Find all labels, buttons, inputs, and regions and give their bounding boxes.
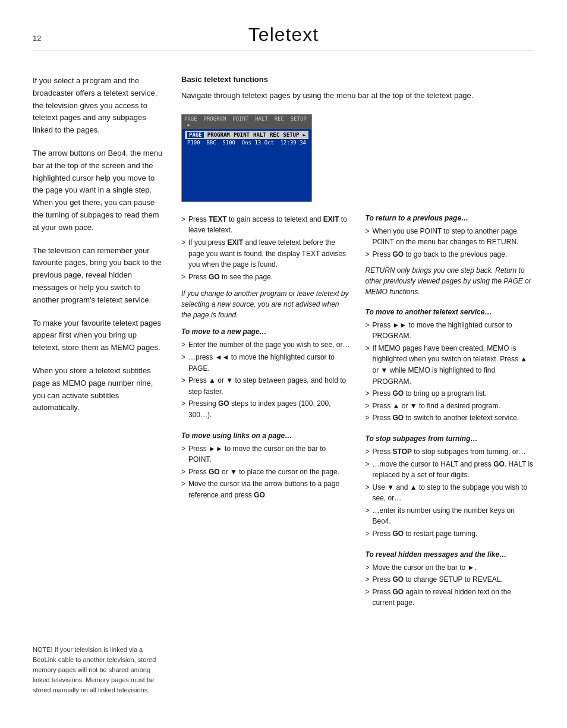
- left-column: If you select a program and the broadcas…: [33, 75, 163, 619]
- page-number: 12: [33, 34, 51, 43]
- new-page-list: Enter the number of the page you wish to…: [181, 339, 351, 420]
- menu-page: PAGE: [187, 132, 204, 138]
- teletext-info-bar: P100 BBC S100 Ons 13 Oct 12:39:34: [185, 139, 308, 146]
- teletext-time: 12:39:34: [281, 140, 306, 146]
- reveal-section: To reveal hidden messages and the like… …: [366, 550, 535, 609]
- instr-go-see: Press GO to see the page.: [181, 272, 351, 283]
- teletext-page-num: P100: [187, 140, 200, 146]
- intro-para-4: To make your favourite teletext pages ap…: [33, 317, 163, 354]
- teletext-screen: PAGE PROGRAM POINT HALT REC SETUP ► PAGE…: [181, 114, 312, 202]
- stop-item-1: …move the cursor to HALT and press GO. H…: [366, 459, 535, 481]
- teletext-menu-bar: PAGE PROGRAM POINT HALT REC SETUP ►: [185, 131, 308, 139]
- return-title: To return to a previous page…: [366, 214, 535, 222]
- section-intro: Navigate through teletext pages by using…: [181, 90, 534, 102]
- links-section: To move using links on a page… Press ►► …: [181, 431, 351, 501]
- new-page-item-3: Pressing GO steps to index pages (100, 2…: [181, 398, 351, 420]
- another-service-title: To move to another teletext service…: [366, 308, 535, 316]
- stop-item-3: …enter its number using the number keys …: [366, 505, 535, 527]
- section-title: Basic teletext functions: [181, 75, 534, 84]
- menu-setup: SETUP: [283, 132, 299, 138]
- menu-point: POINT: [234, 132, 250, 138]
- return-item-0: When you use POINT to step to another pa…: [366, 226, 535, 248]
- teletext-outer-bar: PAGE PROGRAM POINT HALT REC SETUP ►: [182, 115, 311, 129]
- page-title: Teletext: [51, 24, 534, 46]
- service-item-2: Press GO to bring up a program list.: [366, 388, 535, 399]
- reveal-title: To reveal hidden messages and the like…: [366, 550, 535, 559]
- links-item-0: Press ►► to move the cursor on the bar t…: [181, 443, 351, 465]
- instr-exit: If you press EXIT and leave teletext bef…: [181, 237, 351, 270]
- stop-subpages-list: Press STOP to stop subpages from turning…: [366, 446, 535, 540]
- return-italic-note: RETURN only brings you one step back. Re…: [366, 265, 535, 297]
- return-section: To return to a previous page… When you u…: [366, 214, 535, 297]
- intro-para-2: The arrow buttons on Beo4, the menu bar …: [33, 147, 163, 234]
- menu-rec: REC: [270, 132, 279, 138]
- italic-note-1: If you change to another program or leav…: [181, 288, 351, 320]
- intro-para-1: If you select a program and the broadcas…: [33, 75, 163, 137]
- links-item-2: Move the cursor via the arrow buttons to…: [181, 478, 351, 500]
- new-page-item-2: Press ▲ or ▼ to step between pages, and …: [181, 375, 351, 397]
- links-title: To move using links on a page…: [181, 431, 351, 440]
- teletext-inner: PAGE PROGRAM POINT HALT REC SETUP ► P100…: [182, 129, 311, 201]
- new-page-item-0: Enter the number of the page you wish to…: [181, 339, 351, 351]
- intro-para-5: When you store a teletext subtitles page…: [33, 365, 163, 414]
- menu-arrow: ►: [303, 132, 306, 138]
- main-content: If you select a program and the broadcas…: [33, 75, 534, 619]
- teletext-date: Ons 13 Oct: [242, 140, 274, 146]
- reveal-item-0: Move the cursor on the bar to ►.: [366, 562, 535, 573]
- teletext-channel: BBC: [206, 140, 216, 146]
- right-column: Basic teletext functions Navigate throug…: [181, 75, 534, 619]
- another-service-list: Press ►► to move the highlighted cursor …: [366, 320, 535, 424]
- service-item-0: Press ►► to move the highlighted cursor …: [366, 320, 535, 342]
- instructions-left: Press TEXT to gain access to teletext an…: [181, 214, 351, 619]
- service-item-1: If MEMO pages have been created, MEMO is…: [366, 343, 535, 387]
- outer-bar-text: PAGE PROGRAM POINT HALT REC SETUP ►: [184, 116, 309, 128]
- instructions-right: To return to a previous page… When you u…: [366, 214, 535, 619]
- new-page-title: To move to a new page…: [181, 327, 351, 336]
- reveal-item-1: Press GO to change SETUP to REVEAL.: [366, 574, 535, 585]
- stop-item-4: Press GO to restart page turning.: [366, 528, 535, 540]
- stop-subpages-section: To stop subpages from turning… Press STO…: [366, 434, 535, 540]
- new-page-section: To move to a new page… Enter the number …: [181, 327, 351, 420]
- service-item-3: Press ▲ or ▼ to find a desired program.: [366, 401, 535, 412]
- page-header: 12 Teletext: [33, 24, 534, 51]
- stop-item-2: Use ▼ and ▲ to step to the subpage you w…: [366, 482, 535, 504]
- links-list: Press ►► to move the cursor on the bar t…: [181, 443, 351, 501]
- return-item-1: Press GO to go back to the previous page…: [366, 249, 535, 260]
- stop-item-0: Press STOP to stop subpages from turning…: [366, 446, 535, 458]
- service-item-4: Press GO to switch to another teletext s…: [366, 412, 535, 424]
- teletext-body: [185, 146, 308, 200]
- menu-halt: HALT: [253, 132, 266, 138]
- instructions-grid: Press TEXT to gain access to teletext an…: [181, 214, 534, 619]
- reveal-item-2: Press GO again to reveal hidden text on …: [366, 587, 535, 609]
- new-page-item-1: …press ◄◄ to move the highlighted cursor…: [181, 352, 351, 374]
- footer-note: NOTE! If your television is linked via a…: [33, 645, 163, 695]
- instr-text: Press TEXT to gain access to teletext an…: [181, 214, 351, 236]
- initial-instructions: Press TEXT to gain access to teletext an…: [181, 214, 351, 283]
- page-container: 12 Teletext If you select a program and …: [0, 0, 567, 728]
- another-service-section: To move to another teletext service… Pre…: [366, 308, 535, 424]
- menu-program: PROGRAM: [207, 132, 230, 138]
- links-item-1: Press GO or ▼ to place the cursor on the…: [181, 467, 351, 478]
- return-list: When you use POINT to step to another pa…: [366, 226, 535, 260]
- teletext-subpage: S100: [222, 140, 235, 146]
- intro-para-3: The television can remember your favouri…: [33, 245, 163, 307]
- stop-subpages-title: To stop subpages from turning…: [366, 434, 535, 443]
- reveal-list: Move the cursor on the bar to ►. Press G…: [366, 562, 535, 609]
